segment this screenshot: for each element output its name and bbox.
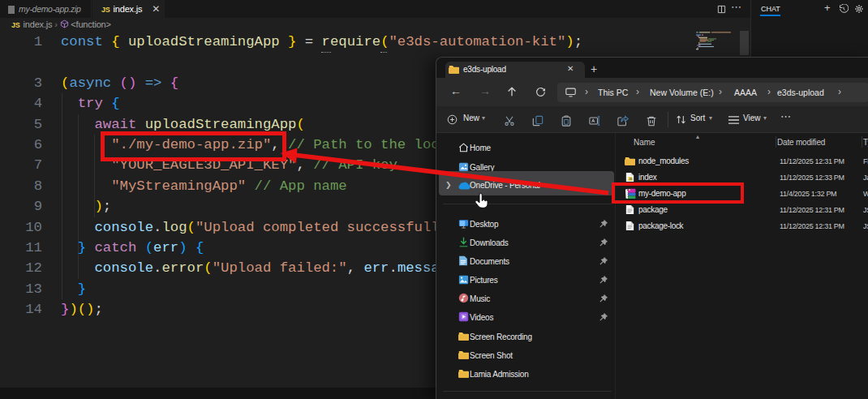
- svg-text:JS: JS: [629, 177, 633, 181]
